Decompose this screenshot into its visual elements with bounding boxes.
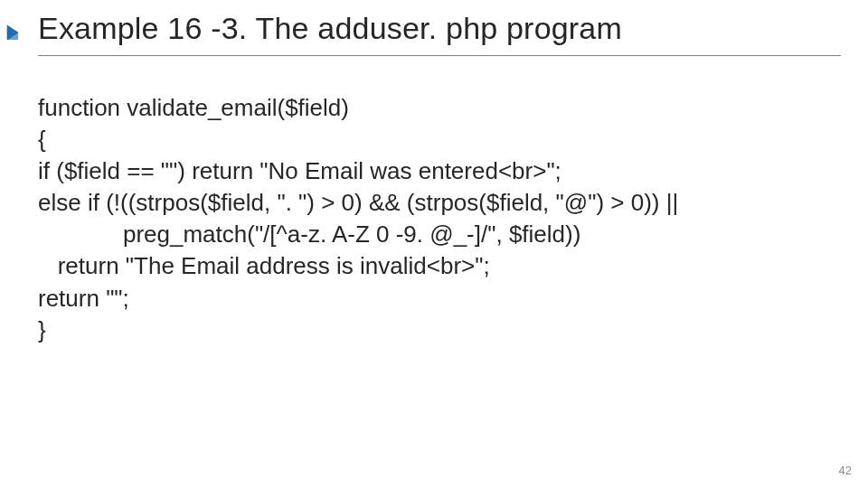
title-underline (38, 55, 841, 56)
code-line: } (38, 316, 46, 343)
bullet-arrow-icon (5, 20, 31, 45)
code-line: else if (!((strpos($field, ". ") > 0) &&… (38, 189, 678, 216)
code-line: return ""; (38, 285, 129, 312)
code-line: preg_match("/[^a-z. A-Z 0 -9. @_-]/", $f… (38, 221, 580, 248)
slide: Example 16 -3. The adduser. php program … (0, 0, 868, 488)
code-body: function validate_email($field) { if ($f… (38, 92, 832, 346)
title-block: Example 16 -3. The adduser. php program (38, 11, 841, 56)
code-line: function validate_email($field) (38, 94, 349, 121)
slide-title: Example 16 -3. The adduser. php program (38, 11, 841, 46)
code-line: if ($field == "") return "No Email was e… (38, 157, 561, 184)
code-line: return "The Email address is invalid<br>… (38, 252, 490, 279)
code-line: { (38, 126, 46, 153)
page-number: 42 (839, 464, 852, 477)
